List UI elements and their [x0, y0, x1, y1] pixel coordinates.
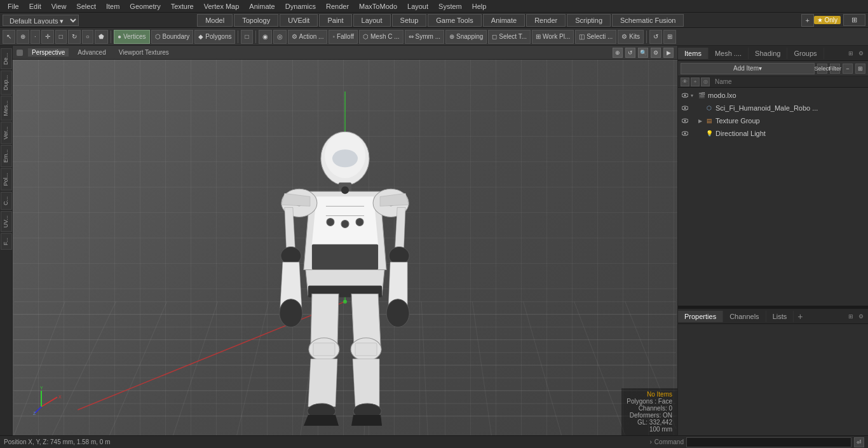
- tab-animate[interactable]: Animate: [483, 14, 525, 27]
- menu-file[interactable]: File: [3, 1, 24, 11]
- tab-setup[interactable]: Setup: [392, 14, 427, 27]
- tab-game-tools[interactable]: Game Tools: [428, 14, 482, 27]
- menu-geometry[interactable]: Geometry: [125, 1, 165, 11]
- tree-eye-texture-group[interactable]: [681, 116, 689, 125]
- viewport[interactable]: Perspective Advanced Viewport Textures ⊕…: [13, 46, 677, 435]
- tree-arrow-modo-lxo[interactable]: ▾: [691, 93, 697, 98]
- items-settings-icon[interactable]: ⚙: [857, 49, 865, 58]
- tab-render[interactable]: Render: [526, 14, 566, 27]
- tree-item-texture-group[interactable]: ▶ ▤ Texture Group: [678, 114, 868, 127]
- items-tab-mesh[interactable]: Mesh ....: [709, 48, 749, 59]
- mode-vertices[interactable]: ● Vertices: [114, 30, 150, 44]
- tab-layout[interactable]: Layout: [353, 14, 391, 27]
- props-tab-channels[interactable]: Channels: [723, 311, 766, 322]
- menu-animate[interactable]: Animate: [244, 1, 280, 11]
- sidebar-tab-c[interactable]: C...: [1, 192, 12, 210]
- tool-action[interactable]: ⚙ Action ...: [288, 30, 328, 44]
- props-tab-properties[interactable]: Properties: [678, 311, 723, 322]
- items-tree[interactable]: ▾ 🎬 modo.lxo ⬡ Sci_Fi_Humanoid_Male_Robo…: [678, 88, 868, 306]
- layout-add-tab[interactable]: +: [801, 14, 814, 27]
- tool-box[interactable]: □: [55, 30, 67, 44]
- tool-symmetry[interactable]: ⇔ Symm ...: [405, 30, 444, 44]
- items-tab-groups[interactable]: Groups: [787, 48, 824, 59]
- tab-scripting[interactable]: Scripting: [567, 14, 611, 27]
- tree-item-directional-light[interactable]: 💡 Directional Light: [678, 127, 868, 140]
- items-tab-shading[interactable]: Shading: [749, 48, 787, 59]
- menu-dynamics[interactable]: Dynamics: [280, 1, 321, 11]
- items-expand-icon[interactable]: ⊞: [846, 49, 855, 58]
- tab-uvedit[interactable]: UVEdit: [280, 14, 318, 27]
- tool-extra2[interactable]: ◉: [259, 30, 272, 44]
- sidebar-tab-ver[interactable]: Ver...: [1, 122, 12, 144]
- tool-point[interactable]: ·: [31, 30, 40, 44]
- tool-lasso[interactable]: ⬟: [95, 30, 108, 44]
- tool-work-pl[interactable]: ⊞ Work Pl...: [532, 30, 574, 44]
- menu-help[interactable]: Help: [467, 1, 492, 11]
- props-settings-icon[interactable]: ⚙: [857, 312, 865, 321]
- tool-snapping[interactable]: ⊕ Snapping: [445, 30, 487, 44]
- tool-rotate[interactable]: ↻: [68, 30, 81, 44]
- viewport-tab-advanced[interactable]: Advanced: [74, 48, 109, 57]
- sidebar-tab-de[interactable]: De...: [1, 48, 12, 69]
- menu-vertex-map[interactable]: Vertex Map: [199, 1, 245, 11]
- tool-expand-view[interactable]: ⊞: [663, 30, 676, 44]
- viewport-zoom-btn[interactable]: 🔍: [638, 48, 648, 58]
- menu-view[interactable]: View: [46, 1, 72, 11]
- viewport-fit-btn[interactable]: ⊕: [613, 48, 623, 58]
- menu-select[interactable]: Select: [71, 1, 101, 11]
- mode-boundary[interactable]: ⬡ Boundary: [151, 30, 194, 44]
- tool-falloff[interactable]: ◦ Falloff: [329, 30, 358, 44]
- tool-extra1[interactable]: □: [241, 30, 252, 44]
- tool-select-cursor[interactable]: ↖: [3, 30, 15, 44]
- tool-extra3[interactable]: ◎: [273, 30, 287, 44]
- items-expand2-btn[interactable]: ⊞: [855, 64, 865, 74]
- tool-mesh-c[interactable]: ⬡ Mesh C ...: [359, 30, 403, 44]
- viewport-tab-perspective[interactable]: Perspective: [28, 48, 69, 57]
- props-expand-icon[interactable]: ⊞: [846, 312, 855, 321]
- layout-expand[interactable]: ⊞: [843, 14, 865, 26]
- sidebar-tab-uv[interactable]: UV...: [1, 211, 12, 232]
- tool-kits[interactable]: ⚙ Kits: [618, 30, 644, 44]
- menu-layout[interactable]: Layout: [402, 1, 433, 11]
- menu-texture[interactable]: Texture: [166, 1, 199, 11]
- viewport-tab-textures[interactable]: Viewport Textures: [115, 48, 173, 57]
- tab-model[interactable]: Model: [197, 14, 233, 27]
- col-link-icon[interactable]: ◎: [701, 78, 710, 86]
- sidebar-tab-f[interactable]: F...: [1, 233, 12, 250]
- menu-edit[interactable]: Edit: [24, 1, 46, 11]
- viewport-reset-btn[interactable]: ↺: [625, 48, 635, 58]
- col-eye-icon[interactable]: 👁: [681, 78, 689, 86]
- sidebar-tab-mes[interactable]: Mes...: [1, 96, 12, 121]
- mode-polygons[interactable]: ◆ Polygons: [194, 30, 235, 44]
- layout-dropdown[interactable]: Default Layouts ▾: [3, 15, 79, 26]
- tool-select-t[interactable]: ◻ Select T...: [488, 30, 531, 44]
- col-add-icon[interactable]: +: [691, 78, 700, 86]
- tree-item-modo-lxo[interactable]: ▾ 🎬 modo.lxo: [678, 89, 868, 102]
- tree-eye-modo-lxo[interactable]: [681, 91, 689, 100]
- items-minus-btn[interactable]: −: [843, 64, 853, 74]
- props-tab-lists[interactable]: Lists: [766, 311, 794, 322]
- tool-globe[interactable]: ⊕: [17, 30, 29, 44]
- viewport-canvas[interactable]: X Y Z No Items Polygons : Face Channels:…: [13, 60, 677, 435]
- sidebar-tab-dup[interactable]: Dup...: [1, 71, 12, 95]
- add-item-button[interactable]: Add Item ▾: [681, 63, 815, 74]
- tool-circle[interactable]: ○: [82, 30, 93, 44]
- items-select-btn[interactable]: Select: [817, 64, 827, 74]
- items-filter-btn[interactable]: Filter: [830, 64, 840, 74]
- viewport-settings-btn[interactable]: ⚙: [651, 48, 661, 58]
- tool-selecti[interactable]: ◫ Selecti ...: [575, 30, 616, 44]
- tab-schematic-fusion[interactable]: Schematic Fusion: [612, 14, 684, 27]
- sidebar-tab-em[interactable]: Em...: [1, 145, 12, 167]
- menu-render[interactable]: Render: [321, 1, 354, 11]
- command-input[interactable]: [686, 437, 851, 447]
- sidebar-tab-pol[interactable]: Pol...: [1, 168, 12, 191]
- tool-move[interactable]: ✛: [41, 30, 54, 44]
- tree-item-sci-fi[interactable]: ⬡ Sci_Fi_Humanoid_Male_Robo ...: [678, 102, 868, 114]
- props-add-button[interactable]: +: [794, 310, 806, 323]
- tree-arrow-texture-group[interactable]: ▶: [698, 118, 705, 124]
- menu-system[interactable]: System: [433, 1, 467, 11]
- menu-item[interactable]: Item: [101, 1, 125, 11]
- tree-eye-sci-fi[interactable]: [681, 104, 689, 112]
- tab-topology[interactable]: Topology: [234, 14, 278, 27]
- tab-paint[interactable]: Paint: [319, 14, 351, 27]
